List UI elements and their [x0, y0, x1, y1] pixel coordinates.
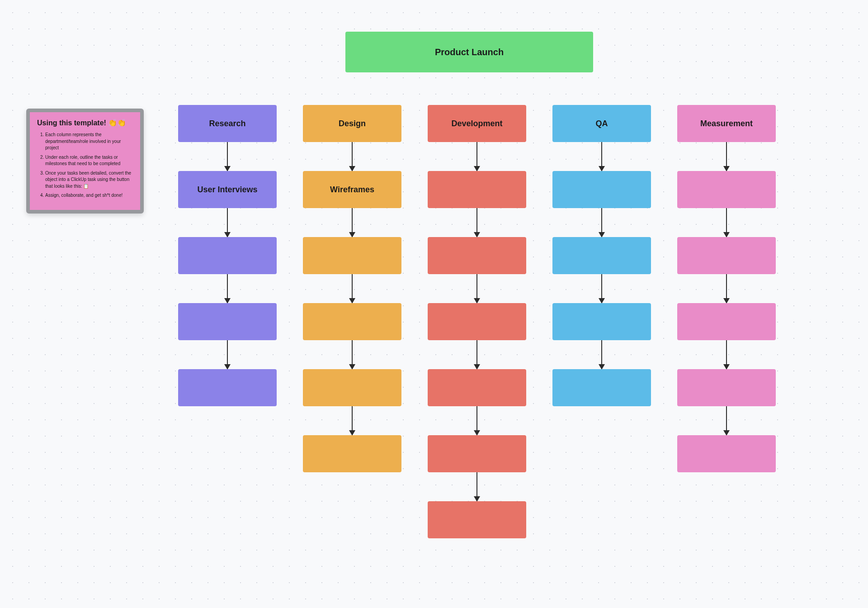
task-node-qa-1[interactable]	[552, 237, 651, 274]
instructions-item: Assign, collaborate, and get sh*t done!	[45, 192, 133, 199]
connector-arrow	[352, 406, 353, 435]
instructions-item: Once your tasks been detailed, convert t…	[45, 170, 133, 190]
connector-arrow	[726, 340, 727, 369]
instructions-title: Using this template! 👏👏	[37, 119, 133, 127]
task-node-qa-2[interactable]	[552, 303, 651, 340]
connector-arrow	[476, 142, 477, 171]
column-header-design[interactable]: Design	[303, 105, 401, 142]
instructions-item: Each column represents the department/te…	[45, 132, 133, 152]
task-node-label: Wireframes	[330, 185, 374, 195]
connector-arrow	[476, 340, 477, 369]
connector-arrow	[227, 208, 228, 237]
task-node-qa-3[interactable]	[552, 369, 651, 406]
task-node-measurement-3[interactable]	[677, 369, 776, 406]
task-node-measurement-2[interactable]	[677, 303, 776, 340]
column-header-label: Design	[339, 119, 366, 128]
task-node-design-0[interactable]: Wireframes	[303, 171, 401, 208]
connector-arrow	[726, 274, 727, 303]
task-node-design-2[interactable]	[303, 303, 401, 340]
connector-arrow	[352, 274, 353, 303]
connector-arrow	[476, 472, 477, 501]
instructions-sticky[interactable]: Using this template! 👏👏 Each column repr…	[26, 109, 144, 214]
task-node-research-2[interactable]	[178, 303, 277, 340]
task-node-measurement-1[interactable]	[677, 237, 776, 274]
connector-arrow	[227, 274, 228, 303]
connector-arrow	[476, 208, 477, 237]
column-header-qa[interactable]: QA	[552, 105, 651, 142]
task-node-design-3[interactable]	[303, 369, 401, 406]
task-node-development-0[interactable]	[428, 171, 526, 208]
column-header-label: Development	[451, 119, 502, 128]
task-node-design-1[interactable]	[303, 237, 401, 274]
connector-arrow	[601, 208, 602, 237]
task-node-development-4[interactable]	[428, 435, 526, 472]
task-node-research-1[interactable]	[178, 237, 277, 274]
column-header-development[interactable]: Development	[428, 105, 526, 142]
task-node-development-2[interactable]	[428, 303, 526, 340]
whiteboard-canvas[interactable]: Product Launch Using this template! 👏👏 E…	[0, 0, 868, 608]
connector-arrow	[476, 274, 477, 303]
column-header-measurement[interactable]: Measurement	[677, 105, 776, 142]
task-node-measurement-0[interactable]	[677, 171, 776, 208]
title-node-label: Product Launch	[435, 47, 504, 57]
task-node-label: User Interviews	[197, 185, 257, 195]
connector-arrow	[352, 142, 353, 171]
column-header-research[interactable]: Research	[178, 105, 277, 142]
column-header-label: Measurement	[700, 119, 753, 128]
task-node-research-0[interactable]: User Interviews	[178, 171, 277, 208]
title-node-product-launch[interactable]: Product Launch	[345, 32, 593, 72]
connector-arrow	[227, 142, 228, 171]
task-node-design-4[interactable]	[303, 435, 401, 472]
task-node-development-3[interactable]	[428, 369, 526, 406]
task-node-research-3[interactable]	[178, 369, 277, 406]
connector-arrow	[476, 406, 477, 435]
connector-arrow	[726, 406, 727, 435]
connector-arrow	[601, 142, 602, 171]
connector-arrow	[726, 208, 727, 237]
task-node-development-5[interactable]	[428, 501, 526, 538]
connector-arrow	[726, 142, 727, 171]
column-header-label: QA	[596, 119, 608, 128]
task-node-development-1[interactable]	[428, 237, 526, 274]
connector-arrow	[352, 340, 353, 369]
connector-arrow	[601, 274, 602, 303]
instructions-list: Each column represents the department/te…	[37, 132, 133, 199]
task-node-qa-0[interactable]	[552, 171, 651, 208]
column-header-label: Research	[209, 119, 245, 128]
connector-arrow	[352, 208, 353, 237]
connector-arrow	[601, 340, 602, 369]
connector-arrow	[227, 340, 228, 369]
task-node-measurement-4[interactable]	[677, 435, 776, 472]
instructions-item: Under each role, outline the tasks or mi…	[45, 154, 133, 167]
